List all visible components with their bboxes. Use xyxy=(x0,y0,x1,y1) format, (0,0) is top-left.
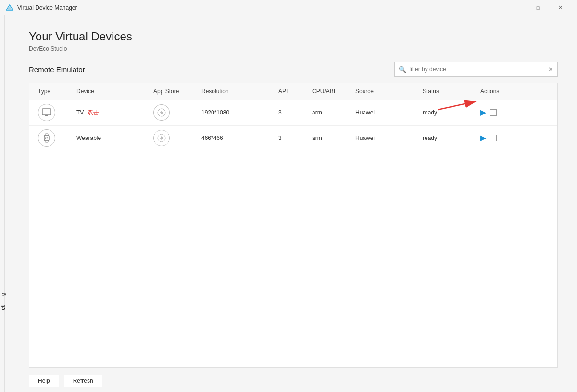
th-api: API xyxy=(275,83,308,100)
svg-rect-10 xyxy=(45,134,48,135)
th-actions: Actions xyxy=(477,83,544,100)
page-title: Your Virtual Devices xyxy=(29,30,558,43)
td-api-wearable: 3 xyxy=(275,131,308,145)
td-cpu-tv: arm xyxy=(308,105,351,120)
th-resolution: Resolution xyxy=(198,83,275,100)
titlebar-title: Virtual Device Manager xyxy=(17,4,505,11)
td-status-wearable: ready xyxy=(419,131,477,145)
svg-point-12 xyxy=(46,137,48,139)
refresh-button[interactable]: Refresh xyxy=(64,375,102,387)
th-appstore: App Store xyxy=(150,83,198,100)
td-appstore-wearable xyxy=(150,126,198,150)
td-type-icon xyxy=(34,100,73,125)
search-icon: 🔍 xyxy=(399,66,406,73)
table-row: TV 双击 1920*1080 3 arm H xyxy=(29,100,557,126)
svg-rect-2 xyxy=(42,109,51,115)
td-cpu-wearable: arm xyxy=(308,131,351,145)
titlebar: Virtual Device Manager ─ □ ✕ xyxy=(0,0,577,15)
td-type-icon-wearable xyxy=(34,126,73,151)
td-actions-tv: ▶ xyxy=(477,105,544,120)
checkbox-wearable[interactable] xyxy=(490,135,497,141)
table-row: Wearable 466*466 3 arm Huawei xyxy=(29,126,557,151)
titlebar-controls: ─ □ ✕ xyxy=(505,0,571,15)
maximize-button[interactable]: □ xyxy=(527,0,549,15)
appstore-icon-wearable xyxy=(153,130,170,146)
sidebar: g et xyxy=(0,15,5,392)
th-type: Type xyxy=(34,83,73,100)
cn-label-tv: 双击 xyxy=(88,109,99,116)
tv-icon xyxy=(38,104,55,121)
close-button[interactable]: ✕ xyxy=(549,0,571,15)
search-input[interactable] xyxy=(409,66,548,73)
search-clear-icon[interactable]: ✕ xyxy=(548,66,553,73)
svg-rect-3 xyxy=(45,115,48,116)
td-appstore-tv xyxy=(150,101,198,125)
td-resolution-tv: 1920*1080 xyxy=(198,105,275,120)
section-title: Remote Emulator xyxy=(29,65,85,74)
th-status: Status xyxy=(419,83,477,100)
td-actions-wearable: ▶ xyxy=(477,130,544,146)
svg-rect-11 xyxy=(45,141,48,142)
wearable-icon xyxy=(38,129,55,147)
td-device-tv: TV 双击 xyxy=(73,105,150,121)
td-source-tv: Huawei xyxy=(351,105,419,120)
play-button-wearable[interactable]: ▶ xyxy=(480,134,486,142)
td-api-tv: 3 xyxy=(275,105,308,120)
search-box: 🔍 ✕ xyxy=(394,62,558,77)
minimize-button[interactable]: ─ xyxy=(505,0,527,15)
td-source-wearable: Huawei xyxy=(351,131,419,145)
appstore-icon-tv xyxy=(153,104,170,121)
td-status-tv: ready xyxy=(419,105,477,120)
bottom-bar: Help Refresh xyxy=(29,368,558,392)
td-device-wearable: Wearable xyxy=(73,131,150,145)
main-content: Your Virtual Devices DevEco Studio Remot… xyxy=(5,15,577,392)
section-header: Remote Emulator 🔍 ✕ xyxy=(29,62,558,77)
help-button[interactable]: Help xyxy=(29,375,59,387)
th-cpu: CPU/ABI xyxy=(308,83,351,100)
table-header: Type Device App Store Resolution API CPU… xyxy=(29,83,557,100)
play-button-tv[interactable]: ▶ xyxy=(480,109,486,116)
th-device: Device xyxy=(73,83,150,100)
app-container: g et Your Virtual Devices DevEco Studio … xyxy=(0,15,577,392)
app-icon xyxy=(6,4,13,12)
td-resolution-wearable: 466*466 xyxy=(198,131,275,145)
checkbox-tv[interactable] xyxy=(490,109,497,116)
svg-rect-4 xyxy=(44,116,49,116)
th-source: Source xyxy=(351,83,419,100)
device-table: Type Device App Store Resolution API CPU… xyxy=(29,83,558,368)
page-subtitle: DevEco Studio xyxy=(29,45,558,52)
svg-rect-9 xyxy=(44,135,49,141)
